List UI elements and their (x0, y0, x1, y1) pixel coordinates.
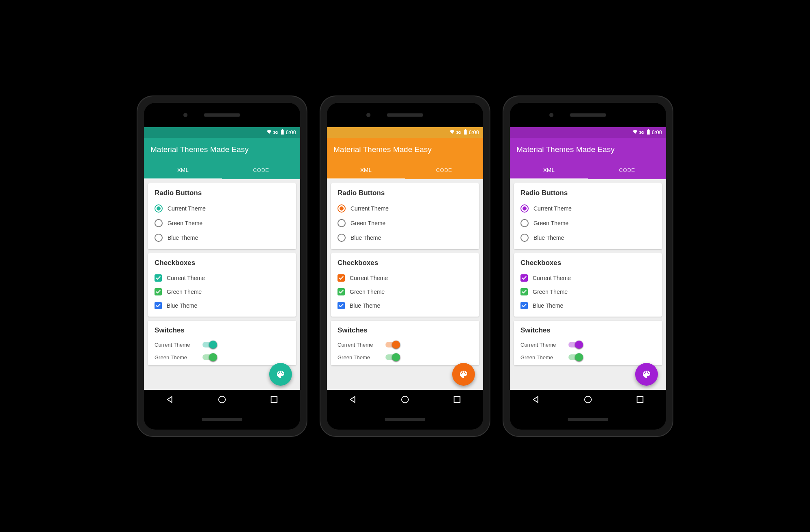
switch-toggle[interactable] (385, 354, 399, 360)
switches-card: SwitchesCurrent ThemeGreen Theme (331, 321, 479, 365)
checkbox-label: Blue Theme (167, 302, 197, 309)
phone-screen: 3G6:00Material Themes Made EasyXMLCODERa… (327, 127, 483, 409)
content-area: Radio ButtonsCurrent ThemeGreen ThemeBlu… (144, 179, 300, 390)
checkbox-row[interactable]: Current Theme (520, 271, 655, 285)
network-label: 3G (456, 130, 461, 135)
phone-chin (144, 409, 300, 430)
switch-row[interactable]: Green Theme (338, 351, 472, 364)
checkbox-row[interactable]: Green Theme (338, 285, 472, 299)
app-bar-title: Material Themes Made Easy (327, 138, 483, 161)
wifi-icon (266, 129, 272, 136)
svg-point-2 (402, 396, 409, 403)
tab-xml[interactable]: XML (144, 161, 222, 179)
radio-label: Blue Theme (351, 235, 381, 241)
checkbox-icon (155, 288, 162, 295)
switch-toggle[interactable] (568, 354, 582, 360)
radio-row[interactable]: Green Theme (520, 216, 655, 230)
palette-fab[interactable] (452, 363, 475, 386)
checkbox-row[interactable]: Current Theme (155, 271, 290, 285)
tab-xml[interactable]: XML (510, 161, 588, 179)
checkbox-row[interactable]: Current Theme (338, 271, 472, 285)
radio-icon (155, 219, 163, 227)
switch-label: Green Theme (155, 354, 195, 360)
switch-toggle[interactable] (202, 354, 216, 360)
radio-label: Current Theme (168, 205, 206, 212)
nav-recents-button[interactable] (270, 395, 279, 404)
switch-row[interactable]: Current Theme (338, 339, 472, 351)
switch-section-title: Switches (338, 326, 472, 334)
radio-icon (338, 234, 346, 242)
radio-row[interactable]: Current Theme (155, 201, 290, 216)
phone-speaker-area (144, 103, 300, 127)
radio-row[interactable]: Blue Theme (520, 230, 655, 245)
checkbox-row[interactable]: Green Theme (520, 285, 655, 299)
android-nav-bar (144, 390, 300, 409)
checkbox-icon (338, 302, 345, 309)
switch-label: Current Theme (520, 342, 561, 348)
phone-chin (510, 409, 666, 430)
switch-section-title: Switches (155, 326, 290, 334)
switch-toggle[interactable] (568, 342, 582, 347)
phone-speaker-area (510, 103, 666, 127)
phone-speaker-area (327, 103, 483, 127)
checkbox-row[interactable]: Blue Theme (155, 299, 290, 313)
nav-back-button[interactable] (348, 395, 357, 404)
checkbox-label: Current Theme (350, 275, 388, 281)
radio-row[interactable]: Green Theme (155, 216, 290, 230)
radio-row[interactable]: Green Theme (338, 216, 472, 230)
content-area: Radio ButtonsCurrent ThemeGreen ThemeBlu… (510, 179, 666, 390)
radio-label: Current Theme (533, 205, 572, 212)
checkbox-row[interactable]: Blue Theme (338, 299, 472, 313)
tab-xml[interactable]: XML (327, 161, 405, 179)
radio-icon (338, 219, 346, 227)
radio-icon (520, 219, 529, 227)
checkbox-label: Blue Theme (533, 302, 563, 309)
palette-fab[interactable] (269, 363, 292, 386)
radio-row[interactable]: Blue Theme (155, 230, 290, 245)
radio-icon (155, 204, 163, 213)
tab-code[interactable]: CODE (222, 161, 300, 179)
network-label: 3G (273, 130, 278, 135)
battery-icon (281, 129, 284, 136)
switch-row[interactable]: Current Theme (155, 339, 290, 351)
radio-buttons-card: Radio ButtonsCurrent ThemeGreen ThemeBlu… (148, 183, 296, 249)
switch-label: Green Theme (520, 354, 561, 360)
radio-label: Current Theme (351, 205, 389, 212)
radio-row[interactable]: Current Theme (520, 201, 655, 216)
radio-section-title: Radio Buttons (155, 189, 290, 197)
phone-frame-inner: 3G6:00Material Themes Made EasyXMLCODERa… (144, 103, 300, 430)
nav-home-button[interactable] (401, 395, 409, 404)
svg-point-0 (219, 396, 226, 403)
switch-section-title: Switches (520, 326, 655, 334)
status-bar: 3G6:00 (327, 127, 483, 138)
palette-fab[interactable] (635, 363, 658, 386)
checkbox-row[interactable]: Blue Theme (520, 299, 655, 313)
nav-back-button[interactable] (165, 395, 174, 404)
switch-row[interactable]: Green Theme (155, 351, 290, 364)
radio-row[interactable]: Current Theme (338, 201, 472, 216)
checkbox-row[interactable]: Green Theme (155, 285, 290, 299)
tab-code[interactable]: CODE (405, 161, 483, 179)
switch-toggle[interactable] (385, 342, 399, 347)
tab-code[interactable]: CODE (588, 161, 666, 179)
phone-device-purple: 3G6:00Material Themes Made EasyXMLCODERa… (503, 96, 673, 437)
checkbox-label: Green Theme (350, 289, 385, 295)
nav-back-button[interactable] (531, 395, 540, 404)
nav-recents-button[interactable] (636, 395, 645, 404)
switches-card: SwitchesCurrent ThemeGreen Theme (148, 321, 296, 365)
radio-label: Blue Theme (533, 235, 564, 241)
nav-home-button[interactable] (584, 395, 592, 404)
phone-screen: 3G6:00Material Themes Made EasyXMLCODERa… (510, 127, 666, 409)
status-time: 6:00 (652, 129, 662, 135)
radio-row[interactable]: Blue Theme (338, 230, 472, 245)
switch-row[interactable]: Green Theme (520, 351, 655, 364)
status-bar: 3G6:00 (510, 127, 666, 138)
switch-label: Current Theme (155, 342, 195, 348)
nav-recents-button[interactable] (453, 395, 462, 404)
switch-row[interactable]: Current Theme (520, 339, 655, 351)
radio-icon (520, 204, 529, 213)
switch-toggle[interactable] (202, 342, 216, 347)
checkboxes-card: CheckboxesCurrent ThemeGreen ThemeBlue T… (148, 253, 296, 317)
checkbox-icon (520, 288, 528, 295)
nav-home-button[interactable] (218, 395, 226, 404)
